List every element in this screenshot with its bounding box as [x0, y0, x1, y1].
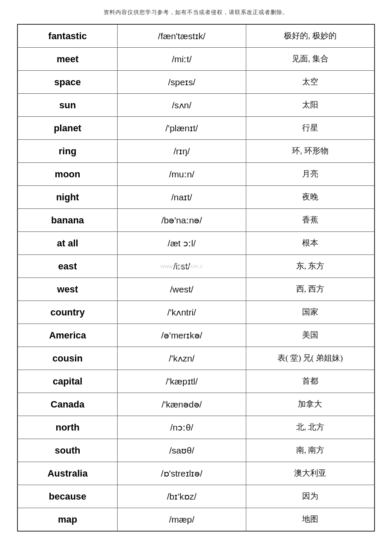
word-cell: America	[17, 324, 118, 347]
word-cell: Australia	[17, 462, 118, 485]
meaning-cell: 东, 东方	[246, 255, 375, 278]
word-cell: meet	[17, 48, 118, 71]
phonetic-cell: /ɒ'streɪlɪə/	[118, 462, 246, 485]
word-cell: moon	[17, 163, 118, 186]
table-row: map/mæp/地图	[17, 508, 375, 532]
table-row: south/saʊθ/南, 南方	[17, 439, 375, 462]
phonetic-cell: /nɔːθ/	[118, 416, 246, 439]
word-cell: because	[17, 485, 118, 508]
phonetic-cell: /ə'merɪkə/	[118, 324, 246, 347]
meaning-cell: 地图	[246, 508, 375, 532]
table-row: west/west/西, 西方	[17, 278, 375, 301]
phonetic-cell: /'kʌntri/	[118, 301, 246, 324]
header-note: 资料内容仅供您学习参考，如有不当或者侵权，请联系改正或者删除。	[104, 9, 288, 16]
phonetic-cell: /saʊθ/	[118, 439, 246, 462]
phonetic-cell: /naɪt/	[118, 186, 246, 209]
meaning-cell: 太空	[246, 71, 375, 94]
phonetic-cell: /mæp/	[118, 508, 246, 532]
table-row: ring/rɪŋ/环, 环形物	[17, 140, 375, 163]
meaning-cell: 根本	[246, 232, 375, 255]
meaning-cell: 月亮	[246, 163, 375, 186]
word-cell: night	[17, 186, 118, 209]
table-row: banana/bə'naːnə/香蕉	[17, 209, 375, 232]
table-row: fantastic/fæn'tæstɪk/极好的, 极妙的	[17, 24, 375, 48]
table-row: because/bɪ'kɒz/因为	[17, 485, 375, 508]
meaning-cell: 加拿大	[246, 393, 375, 416]
meaning-cell: 国家	[246, 301, 375, 324]
word-cell: east	[17, 255, 118, 278]
phonetic-cell: /west/	[118, 278, 246, 301]
word-cell: fantastic	[17, 24, 118, 48]
table-row: meet/miːt/见面, 集合	[17, 48, 375, 71]
phonetic-cell: /bə'naːnə/	[118, 209, 246, 232]
watermark: www.zibim.com.c	[161, 262, 203, 271]
phonetic-cell: /'kænədə/	[118, 393, 246, 416]
meaning-cell: 香蕉	[246, 209, 375, 232]
meaning-cell: 见面, 集合	[246, 48, 375, 71]
vocabulary-table: fantastic/fæn'tæstɪk/极好的, 极妙的meet/miːt/见…	[17, 24, 375, 532]
table-row: America/ə'merɪkə/美国	[17, 324, 375, 347]
meaning-cell: 北, 北方	[246, 416, 375, 439]
table-row: at all/æt ɔːl/根本	[17, 232, 375, 255]
phonetic-cell: /æt ɔːl/	[118, 232, 246, 255]
meaning-cell: 夜晚	[246, 186, 375, 209]
table-row: east/iːst/www.zibim.com.c东, 东方	[17, 255, 375, 278]
meaning-cell: 南, 南方	[246, 439, 375, 462]
table-row: space/speɪs/太空	[17, 71, 375, 94]
phonetic-cell: /iːst/www.zibim.com.c	[118, 255, 246, 278]
meaning-cell: 美国	[246, 324, 375, 347]
table-row: Australia/ɒ'streɪlɪə/澳大利亚	[17, 462, 375, 485]
word-cell: at all	[17, 232, 118, 255]
table-row: cousin/'kʌzn/表( 堂) 兄( 弟姐妹)	[17, 347, 375, 370]
word-cell: Canada	[17, 393, 118, 416]
word-cell: planet	[17, 117, 118, 140]
word-cell: cousin	[17, 347, 118, 370]
table-row: country/'kʌntri/国家	[17, 301, 375, 324]
table-row: capital/'kæpɪtl/首都	[17, 370, 375, 393]
word-cell: space	[17, 71, 118, 94]
word-cell: west	[17, 278, 118, 301]
word-cell: banana	[17, 209, 118, 232]
phonetic-cell: /speɪs/	[118, 71, 246, 94]
meaning-cell: 西, 西方	[246, 278, 375, 301]
table-row: north/nɔːθ/北, 北方	[17, 416, 375, 439]
word-cell: map	[17, 508, 118, 532]
phonetic-cell: /miːt/	[118, 48, 246, 71]
phonetic-cell: /'kʌzn/	[118, 347, 246, 370]
phonetic-cell: /fæn'tæstɪk/	[118, 24, 246, 48]
meaning-cell: 极好的, 极妙的	[246, 24, 375, 48]
word-cell: north	[17, 416, 118, 439]
table-row: moon/muːn/月亮	[17, 163, 375, 186]
phonetic-cell: /bɪ'kɒz/	[118, 485, 246, 508]
word-cell: capital	[17, 370, 118, 393]
table-row: Canada/'kænədə/加拿大	[17, 393, 375, 416]
word-cell: sun	[17, 94, 118, 117]
phonetic-cell: /muːn/	[118, 163, 246, 186]
meaning-cell: 因为	[246, 485, 375, 508]
phonetic-cell: /'plænɪt/	[118, 117, 246, 140]
meaning-cell: 太阳	[246, 94, 375, 117]
meaning-cell: 首都	[246, 370, 375, 393]
table-row: planet/'plænɪt/行星	[17, 117, 375, 140]
meaning-cell: 环, 环形物	[246, 140, 375, 163]
meaning-cell: 澳大利亚	[246, 462, 375, 485]
meaning-cell: 行星	[246, 117, 375, 140]
word-cell: ring	[17, 140, 118, 163]
phonetic-cell: /rɪŋ/	[118, 140, 246, 163]
word-cell: country	[17, 301, 118, 324]
word-cell: south	[17, 439, 118, 462]
table-row: night/naɪt/夜晚	[17, 186, 375, 209]
phonetic-cell: /sʌn/	[118, 94, 246, 117]
meaning-cell: 表( 堂) 兄( 弟姐妹)	[246, 347, 375, 370]
table-row: sun/sʌn/太阳	[17, 94, 375, 117]
phonetic-cell: /'kæpɪtl/	[118, 370, 246, 393]
